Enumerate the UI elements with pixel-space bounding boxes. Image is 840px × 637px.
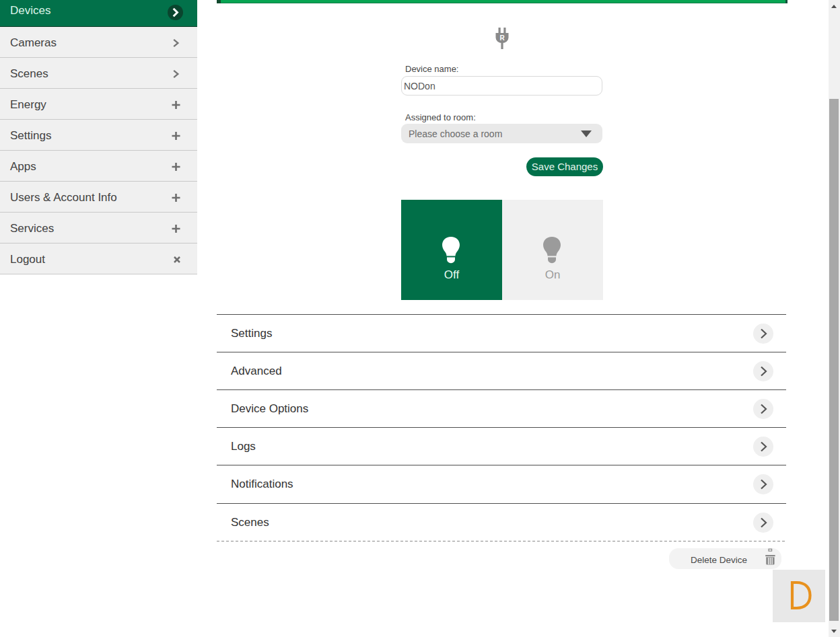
svg-text:R: R — [499, 34, 505, 42]
